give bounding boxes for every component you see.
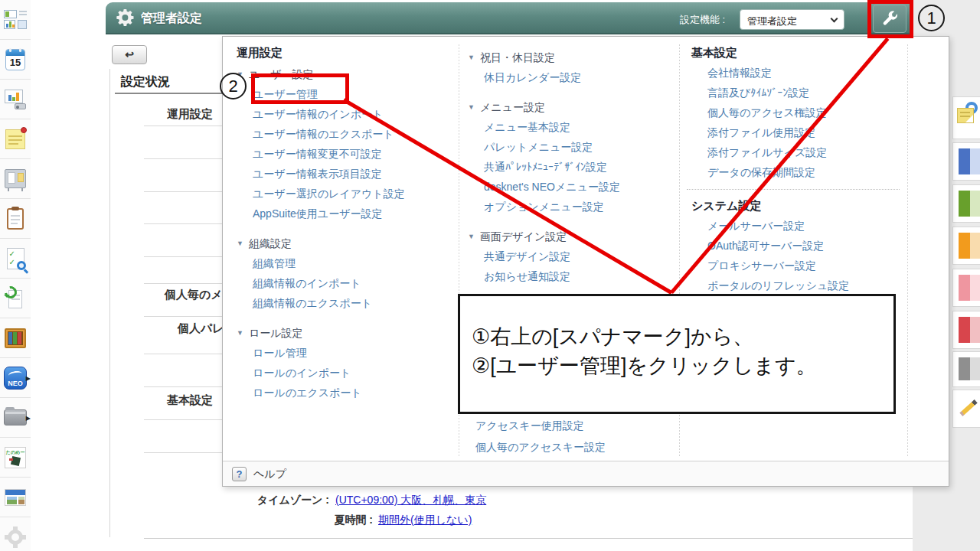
menu-column-basic: 基本設定 会社情報設定 言語及びﾀｲﾑｿﾞｰﾝ設定 個人毎のアクセス権設定 添付… [691,43,906,295]
palette-item-blue[interactable] [952,142,980,181]
bg-row-label: 個人毎のメ [165,288,223,302]
menu-link[interactable]: ユーザー情報表示項目設定 [237,164,452,184]
sidebar-item-circulation[interactable] [0,279,31,318]
neo-label: NEO [5,380,26,387]
menu-link[interactable]: ユーザー選択のレイアウト設定 [237,184,452,204]
green-swatch-icon [959,191,980,217]
menu-link[interactable]: ロール管理 [237,343,452,363]
sidebar-item-clipboard[interactable] [0,199,31,239]
menu-link[interactable]: ロールのインポート [237,363,452,383]
bg-table-line [144,126,222,126]
menu-link[interactable]: アクセスキー使用設定 [475,419,584,433]
bg-table-line [144,316,222,317]
menu-link[interactable]: 個人毎のアクセスキー設定 [475,441,606,455]
callout-marker-1: 1 [918,5,945,31]
section-divider [687,189,900,190]
back-button[interactable]: ↩ [112,45,147,64]
menu-tree-org-settings[interactable]: ▼組織設定 [237,233,452,253]
menu-tree-design-settings[interactable]: ▼画面デザイン設定 [468,227,675,246]
dst-label: 夏時間 : [184,514,373,527]
menu-tree-menu-settings[interactable]: ▼メニュー設定 [468,97,675,117]
setting-function-label: 設定機能 : [680,13,725,27]
instruction-line-2: ②[ユーザー管理]をクリックします。 [472,351,886,380]
collapse-triangle-icon: ▼ [468,103,475,111]
sidebar-item-bulletin[interactable] [0,159,31,199]
menu-link[interactable]: 個人毎のアクセス権設定 [691,103,906,122]
neo-app-icon: NEO [4,367,27,390]
palette-item-green[interactable] [952,184,980,223]
setting-function-select[interactable]: 管理者設定 [740,9,844,30]
menu-link[interactable]: ユーザー情報のエクスポート [237,124,452,144]
flyout-arrow-icon: ▶ [26,415,31,422]
bg-row-label: 基本設定 [167,393,213,408]
menu-section-title: 運用設定 [237,43,452,63]
menu-link[interactable]: 共通ﾊﾟﾚｯﾄﾒﾆｭｰﾃﾞｻﾞｲﾝ設定 [468,157,675,177]
calendar-icon: 15 [5,49,25,70]
folder-icon [4,409,27,425]
orange-swatch-icon [959,233,980,259]
menu-link[interactable]: 会社情報設定 [691,63,906,83]
help-bar: ? ヘルプ [223,461,949,486]
sidebar-item-todo[interactable]: ✓✓ [0,239,31,279]
instruction-line-1: ①右上の[スパナマーク]から、 [472,322,886,351]
highlight-box-user-management [251,73,349,104]
menu-link[interactable]: ロールのエクスポート [237,383,452,403]
palette-item-pencil[interactable] [952,390,980,428]
menu-link[interactable]: オプションメニュー設定 [468,197,675,217]
sidebar-item-folder[interactable]: ▶ [0,398,31,438]
bg-table-line [144,419,222,420]
setting-function-value: 管理者設定 [747,15,797,28]
instruction-callout: ①右上の[スパナマーク]から、 ②[ユーザー管理]をクリックします。 [458,294,896,414]
menu-link[interactable]: ポータルのリフレッシュ設定 [691,276,906,295]
memo-icon [5,129,25,149]
sidebar-item-schedule[interactable]: 15 [0,40,31,80]
palette-item-red[interactable] [952,311,980,349]
sidebar-item-neo[interactable]: NEO ▶ [0,358,31,398]
collapse-triangle-icon: ▼ [468,233,475,240]
menu-link[interactable]: データの保存期間設定 [691,162,906,182]
menu-tree-role-settings[interactable]: ▼ロール設定 [237,323,452,343]
menu-link[interactable]: ユーザー情報のインポート [237,104,452,124]
menu-link[interactable]: メニュー基本設定 [468,117,675,137]
photo-icon [5,489,26,506]
menu-link[interactable]: AppSuite使用ユーザー設定 [237,204,452,223]
menu-link[interactable]: パレットメニュー設定 [468,137,675,157]
help-icon[interactable]: ? [232,467,247,481]
menu-link[interactable]: 休日カレンダー設定 [468,67,675,87]
bg-row-label: 個人パレ [178,321,224,336]
pink-swatch-icon [959,275,980,301]
flyout-arrow-icon: ▶ [26,375,31,382]
sidebar-item-tanomail[interactable]: たのめーる [0,438,31,478]
menu-link[interactable]: OAuth認可サーバー設定 [691,236,906,256]
menu-link[interactable]: 組織情報のエクスポート [237,293,452,313]
gear-icon [115,7,136,31]
palette-item-pink[interactable] [952,269,980,307]
menu-link[interactable]: 共通デザイン設定 [468,246,675,266]
bg-table-line [144,256,222,257]
back-arrow-icon: ↩ [125,48,134,60]
sidebar-item-presentation[interactable] [0,80,31,119]
sidebar-item-photo[interactable] [0,478,31,517]
timezone-label: タイムゾーン : [184,494,329,507]
menu-link[interactable]: 言語及びﾀｲﾑｿﾞｰﾝ設定 [691,83,906,103]
menu-section-title: システム設定 [691,196,906,216]
sidebar-item-settings[interactable] [0,517,31,551]
sidebar-item-cabinet[interactable] [0,318,31,358]
sidebar-item-memo[interactable] [0,119,31,159]
bulletin-board-icon [5,169,26,188]
bg-table-line [144,386,222,387]
bg-table-line [144,223,222,224]
palette-item-gray[interactable] [952,351,980,387]
dst-link[interactable]: 期間外(使用しない) [378,514,472,527]
menu-link[interactable]: プロキシサーバー設定 [691,256,906,276]
note-icon [957,108,974,123]
palette-item-note[interactable] [952,96,980,139]
sidebar-item-portal[interactable] [0,0,31,40]
bg-bottom-line [144,538,949,539]
menu-tree-holiday-settings[interactable]: ▼祝日・休日設定 [468,47,675,67]
menu-link[interactable]: 組織管理 [237,253,452,273]
palette-item-orange[interactable] [952,227,980,265]
red-swatch-icon [959,317,980,343]
timezone-link[interactable]: (UTC+09:00) 大阪、札幌、東京 [335,494,486,507]
menu-link[interactable]: 組織情報のインポート [237,273,452,293]
